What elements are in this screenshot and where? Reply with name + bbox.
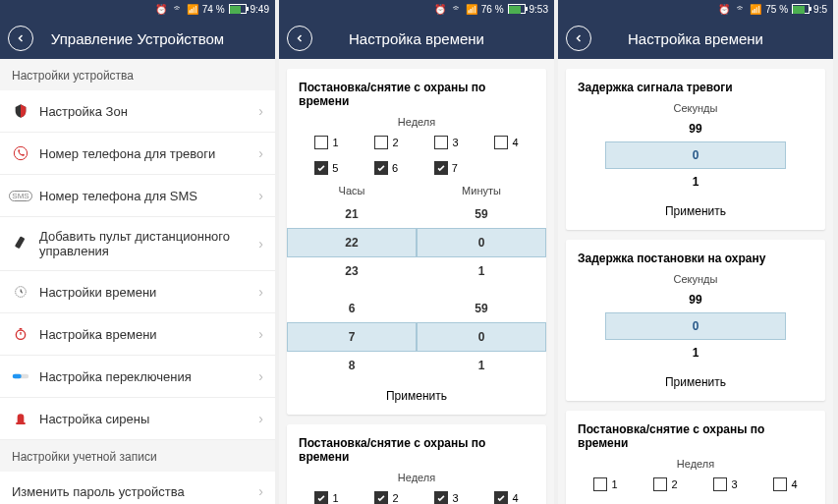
apply-button[interactable]: Применить <box>566 195 825 220</box>
siren-icon <box>12 410 29 427</box>
day-6[interactable]: 6 <box>374 161 398 175</box>
row-change-password[interactable]: Изменить пароль устройства › <box>0 472 275 504</box>
content: Настройки устройства Настройка Зон › Ном… <box>0 59 275 504</box>
day-4[interactable]: 4 <box>494 136 518 149</box>
arm-delay-card: Задержка постановки на охрану Секунды 99… <box>566 240 825 401</box>
row-label: Номер телефона для тревоги <box>39 146 258 161</box>
apply-button[interactable]: Применить <box>287 379 546 405</box>
row-alarm-phone[interactable]: Номер телефона для тревоги › <box>0 133 275 175</box>
chevron-right-icon: › <box>258 368 263 384</box>
day-3[interactable]: 3 <box>713 477 737 491</box>
day-5[interactable]: 5 <box>314 161 338 175</box>
back-button[interactable] <box>566 26 591 51</box>
arm-disarm-card: Постановка/снятие с охраны по времени Не… <box>566 411 825 504</box>
apply-button[interactable]: Применить <box>566 365 825 391</box>
row-label: Настройка сирены <box>39 412 258 426</box>
time-picker-row[interactable]: 2159 <box>287 200 546 228</box>
day-1[interactable]: 1 <box>314 136 338 149</box>
page-title: Настройка времени <box>312 30 521 47</box>
day-2[interactable]: 2 <box>653 477 677 491</box>
svg-rect-6 <box>16 422 25 424</box>
delay-value[interactable]: 1 <box>566 169 825 195</box>
arm-disarm-card-2: Постановка/снятие с охраны по времени Не… <box>287 424 546 504</box>
days-row: 1 2 3 4 <box>566 472 825 497</box>
day-2[interactable]: 2 <box>374 136 398 149</box>
delay-value[interactable]: 99 <box>566 116 825 141</box>
week-label: Неделя <box>566 456 825 472</box>
status-bar: ⏰ 📶 76 % 9:53 <box>279 0 554 18</box>
alarm-icon: ⏰ <box>718 4 730 15</box>
day-7[interactable]: 7 <box>434 161 458 175</box>
days-row-1: 1 2 3 4 <box>287 130 546 155</box>
week-label: Неделя <box>287 114 546 130</box>
chevron-right-icon: › <box>258 411 263 426</box>
time-picker-row[interactable]: 659 <box>287 295 546 322</box>
row-label: Настройка переключения <box>39 369 258 384</box>
card-title: Постановка/снятие с охраны по времени <box>287 79 546 114</box>
battery-pct: 76 % <box>481 4 504 15</box>
day-2[interactable]: 2 <box>374 491 398 504</box>
alarm-icon: ⏰ <box>434 4 446 15</box>
day-4[interactable]: 4 <box>773 477 797 491</box>
checkbox-icon <box>773 477 787 491</box>
phone-icon <box>12 144 29 162</box>
days-row-2: 5 6 7 X <box>287 155 546 181</box>
arm-disarm-card-1: Постановка/снятие с охраны по времени Не… <box>287 69 546 415</box>
svg-point-3 <box>16 330 25 339</box>
delay-selected[interactable]: 0 <box>605 141 786 169</box>
phone-screen-3: ⏰ 📶 75 % 9:5 Настройка времени Задержка … <box>558 0 833 504</box>
row-time-config[interactable]: Настройка времени › <box>0 313 275 356</box>
wifi-icon <box>171 3 183 15</box>
status-bar: ⏰ 📶 74 % 9:49 <box>0 0 275 18</box>
day-4[interactable]: 4 <box>494 491 518 504</box>
phone-screen-2: ⏰ 📶 76 % 9:53 Настройка времени Постанов… <box>279 0 554 504</box>
content: Постановка/снятие с охраны по времени Не… <box>279 59 554 504</box>
week-label: Неделя <box>287 470 546 485</box>
checkbox-checked-icon <box>494 491 508 504</box>
delay-value[interactable]: 1 <box>566 340 825 365</box>
days-row-1: 1 2 3 4 <box>287 485 546 504</box>
delay-value[interactable]: 99 <box>566 287 825 312</box>
svg-rect-5 <box>13 374 22 379</box>
app-bar: Настройка времени <box>279 18 554 59</box>
time-picker-row[interactable]: 81 <box>287 352 546 379</box>
chevron-right-icon: › <box>258 326 263 342</box>
time-picker-selected[interactable]: 70 <box>287 322 546 352</box>
card-title: Задержка сигнала тревоги <box>566 79 825 100</box>
checkbox-icon <box>314 136 328 149</box>
day-3[interactable]: 3 <box>434 491 458 504</box>
card-title: Постановка/снятие с охраны по времени <box>566 420 825 456</box>
clock: 9:5 <box>813 4 827 15</box>
row-switch-config[interactable]: Настройка переключения › <box>0 356 275 398</box>
clock-icon <box>12 283 29 301</box>
delay-selected[interactable]: 0 <box>605 312 786 340</box>
row-siren-config[interactable]: Настройка сирены › <box>0 398 275 440</box>
switch-icon <box>12 367 29 385</box>
seconds-label: Секунды <box>566 100 825 116</box>
row-add-remote[interactable]: Добавить пульт дистанционного управления… <box>0 217 275 271</box>
day-1[interactable]: 1 <box>593 477 617 491</box>
row-time-settings[interactable]: Настройки времени › <box>0 271 275 313</box>
back-button[interactable] <box>287 26 312 51</box>
hours-label: Часы <box>287 185 417 196</box>
row-label: Настройки времени <box>39 285 258 300</box>
checkbox-icon <box>374 136 388 149</box>
chevron-right-icon: › <box>258 236 263 252</box>
page-title: Управление Устройством <box>33 30 242 47</box>
minutes-label: Минуты <box>417 185 546 196</box>
time-picker-selected[interactable]: 220 <box>287 228 546 257</box>
back-button[interactable] <box>8 26 33 51</box>
stopwatch-icon <box>12 325 29 343</box>
time-picker-row[interactable]: 231 <box>287 257 546 285</box>
checkbox-checked-icon <box>314 491 328 504</box>
section-account-settings: Настройки учетной записи <box>0 440 275 472</box>
day-1[interactable]: 1 <box>314 491 338 504</box>
row-sms-phone[interactable]: SMS Номер телефона для SMS › <box>0 175 275 217</box>
checkbox-icon <box>653 477 667 491</box>
svg-rect-1 <box>15 236 26 249</box>
row-zones[interactable]: Настройка Зон › <box>0 90 275 133</box>
content: Задержка сигнала тревоги Секунды 99 0 1 … <box>558 59 833 504</box>
app-bar: Управление Устройством <box>0 18 275 59</box>
chevron-right-icon: › <box>258 103 263 119</box>
day-3[interactable]: 3 <box>434 136 458 149</box>
